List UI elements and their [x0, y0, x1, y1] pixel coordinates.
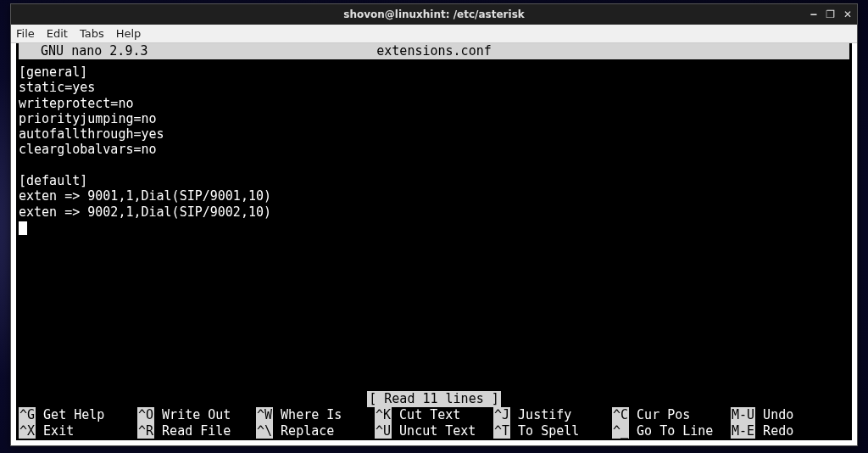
shortcut-label: Cut Text — [392, 407, 468, 422]
shortcut-r1-5: ^C Cur Pos — [612, 407, 731, 422]
shortcut-key: ^U — [375, 423, 392, 439]
status-message: [ Read 11 lines ] — [367, 391, 501, 406]
shortcut-r2-0: ^X Exit — [19, 423, 137, 439]
menu-help[interactable]: Help — [116, 27, 142, 40]
menu-tabs[interactable]: Tabs — [80, 27, 104, 40]
shortcut-r2-4: ^T To Spell — [493, 423, 612, 439]
shortcut-key: ^W — [256, 407, 273, 422]
shortcut-r2-5: ^_ Go To Line — [612, 423, 731, 439]
shortcut-r1-2: ^W Where Is — [256, 407, 375, 422]
shortcut-r2-1: ^R Read File — [137, 423, 256, 439]
shortcut-key: M-U — [731, 407, 755, 422]
shortcut-label: To Spell — [510, 423, 587, 439]
shortcut-r1-1: ^O Write Out — [137, 407, 256, 422]
shortcut-r2-6: M-E Redo — [731, 423, 849, 439]
status-row: [ Read 11 lines ] — [19, 391, 849, 407]
shortcut-key: ^T — [493, 423, 510, 439]
terminal-window: shovon@linuxhint: /etc/asterisk ‒ ❐ ✕ Fi… — [10, 3, 858, 446]
shortcut-r2-3: ^U Uncut Text — [375, 423, 493, 439]
maximize-button[interactable]: ❐ — [826, 9, 835, 20]
window-title: shovon@linuxhint: /etc/asterisk — [343, 8, 525, 20]
shortcut-key: ^_ — [612, 423, 629, 439]
shortcut-key: ^G — [19, 407, 36, 422]
menu-edit[interactable]: Edit — [47, 27, 68, 40]
shortcut-label: Uncut Text — [392, 423, 476, 439]
shortcut-key: M-E — [731, 423, 755, 439]
shortcut-r1-6: M-U Undo — [731, 407, 849, 422]
shortcut-label: Exit — [36, 423, 112, 439]
shortcut-key: ^X — [19, 423, 36, 439]
shortcut-label: Go To Line — [629, 423, 713, 439]
shortcut-label: Replace — [273, 423, 349, 439]
shortcut-label: Get Help — [36, 407, 112, 422]
shortcut-r2-2: ^\ Replace — [256, 423, 375, 439]
shortcut-label: Cur Pos — [629, 407, 705, 422]
shortcut-label: Justify — [510, 407, 587, 422]
file-content: [general] static=yes writeprotect=no pri… — [19, 64, 271, 220]
shortcut-r1-4: ^J Justify — [493, 407, 612, 422]
shortcut-key: ^R — [137, 423, 154, 439]
shortcut-r1-3: ^K Cut Text — [375, 407, 493, 422]
shortcut-key: ^O — [137, 407, 154, 422]
nano-filename: extensions.conf — [148, 43, 721, 59]
shortcut-r1-0: ^G Get Help — [19, 407, 137, 422]
shortcut-key: ^K — [375, 407, 392, 422]
terminal-area[interactable]: GNU nano 2.9.3 extensions.conf GNU nano … — [11, 43, 857, 445]
nano-app-name: GNU nano 2.9.3 — [19, 43, 148, 59]
menubar: File Edit Tabs Help — [11, 25, 857, 43]
nano-header: GNU nano 2.9.3 extensions.conf GNU nano … — [19, 43, 849, 59]
close-button[interactable]: ✕ — [843, 9, 852, 20]
shortcut-label: Write Out — [154, 407, 231, 422]
shortcut-label: Where Is — [273, 407, 349, 422]
cursor — [19, 221, 27, 235]
editor-body[interactable]: [general] static=yes writeprotect=no pri… — [19, 64, 849, 391]
minimize-button[interactable]: ‒ — [810, 9, 817, 20]
shortcut-label: Redo — [755, 423, 793, 439]
shortcuts: ^G Get Help ^O Write Out^W Where Is ^K C… — [19, 407, 849, 439]
shortcut-key: ^\ — [256, 423, 273, 439]
shortcut-label: Read File — [154, 423, 231, 439]
titlebar[interactable]: shovon@linuxhint: /etc/asterisk ‒ ❐ ✕ — [11, 4, 857, 25]
window-controls: ‒ ❐ ✕ — [810, 4, 852, 25]
shortcut-key: ^C — [612, 407, 629, 422]
shortcut-key: ^J — [493, 407, 510, 422]
shortcut-label: Undo — [755, 407, 793, 422]
menu-file[interactable]: File — [16, 27, 35, 40]
